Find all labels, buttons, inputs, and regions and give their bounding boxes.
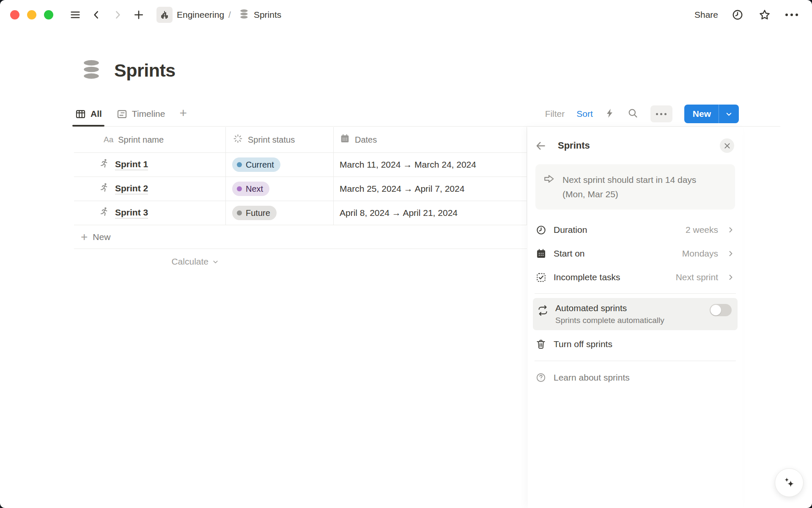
- dates-cell[interactable]: March 11, 2024 → March 24, 2024: [334, 153, 527, 177]
- automations-bolt-icon[interactable]: [605, 108, 615, 120]
- updates-clock-icon[interactable]: [730, 7, 745, 22]
- setting-row-start-on[interactable]: Start on Mondays: [535, 242, 735, 265]
- sprint-status-cell[interactable]: Future: [226, 201, 334, 225]
- chevron-down-icon: [212, 258, 219, 265]
- dates-cell[interactable]: March 25, 2024 → April 7, 2024: [334, 177, 527, 201]
- status-property-icon: [233, 133, 243, 146]
- back-icon[interactable]: [89, 7, 104, 22]
- share-button[interactable]: Share: [694, 10, 718, 20]
- status-badge[interactable]: Future: [232, 206, 277, 220]
- more-options-icon[interactable]: [784, 7, 799, 22]
- zoom-window-button[interactable]: [44, 10, 53, 19]
- trash-icon: [535, 339, 546, 350]
- sprint-name-cell[interactable]: Sprint 2: [74, 177, 226, 201]
- automated-sprints-row[interactable]: Automated sprints Sprints complete autom…: [533, 298, 738, 330]
- panel-back-icon[interactable]: [535, 140, 547, 152]
- new-button[interactable]: New: [684, 105, 739, 123]
- divider: [535, 293, 736, 294]
- breadcrumb: Engineering / Sprints: [156, 7, 281, 23]
- panel-header: Sprints: [528, 127, 743, 164]
- new-page-icon[interactable]: [131, 7, 146, 22]
- ai-assistant-button[interactable]: [775, 468, 804, 497]
- sparkle-icon: [782, 475, 796, 490]
- forward-icon[interactable]: [110, 7, 125, 22]
- sprint-run-icon: [99, 158, 110, 171]
- calculate-button[interactable]: Calculate: [74, 257, 219, 267]
- status-dot-icon: [237, 186, 242, 191]
- table-header: Aa Sprint name Sprint status Dates: [74, 127, 527, 153]
- notice-text: Next sprint should start in 14 days (Mon…: [562, 173, 719, 201]
- automated-sprints-label: Automated sprints: [555, 303, 703, 313]
- learn-about-sprints-row[interactable]: Learn about sprints: [528, 365, 743, 390]
- calculate-row: Calculate: [74, 249, 527, 274]
- sidebar-toggle-icon[interactable]: [68, 7, 83, 22]
- notion-window: Engineering / Sprints Share: [0, 0, 812, 508]
- close-window-button[interactable]: [10, 10, 19, 19]
- panel-close-icon[interactable]: [720, 138, 734, 153]
- sprint-name-link[interactable]: Sprint 2: [115, 183, 148, 194]
- automated-sprints-toggle[interactable]: [710, 304, 732, 316]
- minimize-window-button[interactable]: [27, 10, 36, 19]
- text-property-icon: Aa: [104, 135, 113, 144]
- next-sprint-notice: Next sprint should start in 14 days (Mon…: [535, 164, 735, 210]
- window-controls: [10, 10, 53, 19]
- chevron-right-icon: [727, 273, 735, 282]
- setting-value: Next sprint: [676, 272, 718, 282]
- topbar: Engineering / Sprints Share: [0, 0, 812, 30]
- status-badge[interactable]: Next: [232, 182, 269, 196]
- question-icon: [535, 372, 546, 383]
- new-row-button[interactable]: + New: [74, 225, 527, 249]
- setting-row-incomplete-tasks[interactable]: Incomplete tasks Next sprint: [535, 265, 735, 289]
- arrow-right-outline-icon: [543, 173, 555, 201]
- breadcrumb-teamspace[interactable]: Engineering: [177, 10, 224, 20]
- automated-sprints-description: Sprints complete automatically: [555, 316, 703, 325]
- page-title-block: Sprints: [80, 58, 176, 82]
- sprint-run-icon: [99, 182, 110, 196]
- filter-button[interactable]: Filter: [545, 109, 565, 119]
- repeat-icon: [537, 303, 549, 325]
- setting-value: Mondays: [682, 248, 718, 259]
- clock-icon: [535, 224, 547, 236]
- setting-row-duration[interactable]: Duration 2 weeks: [535, 218, 735, 242]
- sprint-name-cell[interactable]: Sprint 3: [74, 201, 226, 225]
- add-view-icon[interactable]: +: [178, 102, 188, 126]
- table-row: Sprint 1 Current March 11, 2024 → March …: [74, 153, 527, 177]
- sprint-name-cell[interactable]: Sprint 1: [74, 153, 226, 177]
- breadcrumb-separator: /: [228, 10, 231, 20]
- column-header-dates[interactable]: Dates: [334, 127, 527, 152]
- table-row: Sprint 2 Next March 25, 2024 → April 7, …: [74, 177, 527, 201]
- date-property-icon: [340, 133, 350, 146]
- column-header-sprint-name[interactable]: Aa Sprint name: [74, 127, 226, 152]
- sprint-run-icon: [99, 206, 110, 220]
- column-header-sprint-status[interactable]: Sprint status: [226, 127, 334, 152]
- new-button-label[interactable]: New: [684, 109, 719, 119]
- sprints-table: Aa Sprint name Sprint status Dates: [74, 127, 527, 274]
- search-icon[interactable]: [627, 108, 639, 121]
- new-dropdown-chevron-icon[interactable]: [719, 110, 739, 118]
- favorite-star-icon[interactable]: [757, 7, 772, 22]
- calendar-icon: [535, 248, 547, 260]
- sprint-name-link[interactable]: Sprint 3: [115, 207, 148, 218]
- tab-timeline[interactable]: Timeline: [115, 102, 166, 126]
- view-options-button[interactable]: [650, 105, 672, 122]
- page-title: Sprints: [114, 60, 176, 81]
- panel-title: Sprints: [558, 140, 720, 151]
- database-title-icon[interactable]: [80, 58, 102, 82]
- turn-off-sprints-row[interactable]: Turn off sprints: [528, 332, 743, 356]
- status-badge[interactable]: Current: [232, 157, 280, 172]
- status-dot-icon: [237, 162, 242, 167]
- tab-all[interactable]: All: [74, 102, 103, 126]
- sort-button[interactable]: Sort: [576, 109, 593, 119]
- sprint-name-link[interactable]: Sprint 1: [115, 159, 148, 170]
- checkbox-dashed-icon: [535, 272, 547, 283]
- chevron-right-icon: [727, 226, 735, 234]
- breadcrumb-page[interactable]: Sprints: [254, 10, 281, 20]
- sprint-status-cell[interactable]: Current: [226, 153, 334, 177]
- setting-value: 2 weeks: [686, 225, 718, 235]
- status-dot-icon: [237, 210, 242, 215]
- database-icon: [239, 8, 250, 22]
- sprint-settings-panel: Sprints Next sprint should start in 14 d…: [528, 127, 743, 508]
- teamspace-icon[interactable]: [156, 7, 173, 23]
- sprint-status-cell[interactable]: Next: [226, 177, 334, 201]
- dates-cell[interactable]: April 8, 2024 → April 21, 2024: [334, 201, 527, 225]
